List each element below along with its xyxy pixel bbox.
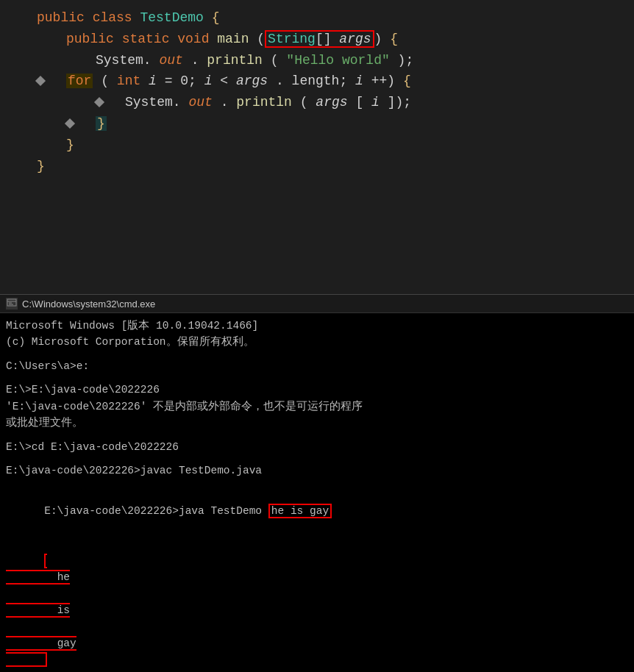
cmd-output-highlighted: he is gay	[6, 554, 76, 668]
args2: args	[316, 95, 347, 110]
highlight-params: String[] args	[265, 30, 374, 48]
breakpoint-icon3	[65, 118, 75, 129]
keyword-public2: public	[66, 32, 122, 46]
paren-open: (	[257, 32, 265, 46]
svg-rect-3	[9, 304, 13, 305]
dot-length: .	[276, 74, 284, 88]
param-args: args	[339, 32, 371, 46]
keyword-void: void	[177, 32, 217, 46]
cmd-line-14-prefix: E:\java-code\2022226>java TestDemo	[44, 505, 268, 517]
close-brace-class: }	[37, 159, 45, 174]
output-line-3: gay	[57, 637, 76, 649]
increment: ++)	[371, 74, 403, 88]
keyword-class: class	[93, 10, 140, 25]
cmd-line-4: C:\Users\a>e:	[6, 358, 628, 374]
code-line-6: }	[0, 113, 634, 135]
cmd-spacer-2	[6, 374, 628, 382]
dot1: .	[191, 53, 199, 68]
bracket: []	[316, 32, 339, 46]
code-content-5: System. out . println ( args [ i ]);	[110, 92, 627, 113]
gutter-5	[88, 99, 110, 106]
output-line-2: is	[57, 604, 70, 616]
keyword-static: static	[122, 32, 178, 46]
close-brace-for: }	[96, 116, 107, 131]
code-line-1: public class TestDemo {	[0, 7, 634, 29]
code-content-7: }	[51, 135, 627, 156]
var-i3: i	[355, 74, 363, 88]
open-brace-main: {	[390, 32, 398, 46]
cmd-window: C:\Windows\system32\cmd.exe Microsoft Wi…	[0, 294, 634, 672]
close-brace-main: }	[66, 137, 74, 152]
string-hello: "Hello world"	[286, 53, 389, 68]
paren3: );	[398, 53, 414, 68]
var-i4: i	[371, 95, 380, 110]
println2: println	[236, 95, 292, 110]
paren-close: )	[374, 32, 382, 46]
cmd-spacer-3	[6, 432, 628, 439]
cmd-line-2: (c) Microsoft Corporation。保留所有权利。	[6, 334, 628, 350]
keyword-public: public	[37, 10, 93, 25]
var-i: i	[149, 74, 157, 88]
dot2: .	[221, 95, 229, 110]
output-line-1: he	[57, 571, 70, 583]
keyword-int: int	[117, 74, 149, 88]
class-name: TestDemo	[140, 10, 211, 25]
var-i2: i	[204, 74, 213, 88]
code-content-1: public class TestDemo {	[22, 7, 627, 29]
length-field: length;	[292, 74, 355, 88]
code-line-4: for ( int i = 0; i < args . length; i ++…	[0, 71, 634, 92]
cmd-output-block: he is gay	[6, 536, 628, 672]
open-brace-class: {	[212, 10, 220, 25]
method-main: main	[217, 32, 249, 46]
out-field: out	[159, 53, 182, 68]
code-content-3: System. out . println ( "Hello world" );	[81, 50, 627, 71]
assign: = 0;	[165, 74, 196, 88]
paren2: (	[271, 53, 279, 68]
code-content-6: }	[81, 113, 627, 135]
out2: out	[188, 95, 212, 110]
cmd-spacer-4	[6, 455, 628, 462]
println-method: println	[207, 53, 263, 68]
cmd-line-14-highlight: he is gay	[268, 504, 332, 518]
cmd-line-7: 'E:\java-code\2022226' 不是内部或外部命令，也不是可运行的…	[6, 398, 628, 415]
system2: System.	[125, 95, 181, 110]
type-string: String	[268, 32, 316, 46]
svg-rect-2	[9, 303, 12, 304]
cmd-spacer-5	[6, 479, 628, 487]
open-brace-for: {	[403, 74, 411, 88]
cmd-line-6: E:\>E:\java-code\2022226	[6, 382, 628, 398]
gutter-4	[29, 77, 51, 85]
lt: <	[220, 74, 236, 88]
breakpoint-icon2	[94, 97, 104, 107]
cmd-icon-svg	[7, 299, 17, 309]
gutter-6	[59, 120, 81, 127]
cmd-line-14: E:\java-code\2022226>java TestDemo he is…	[6, 487, 628, 536]
for-keyword: for	[66, 74, 93, 88]
paren4: (	[300, 95, 308, 110]
system-class: System.	[96, 53, 152, 68]
code-line-2: public static void main (String[] args) …	[0, 29, 634, 50]
code-line-7: }	[0, 135, 634, 156]
code-content-8: }	[22, 156, 627, 177]
cmd-line-12: E:\java-code\2022226>javac TestDemo.java	[6, 462, 628, 479]
cmd-line-10: E:\>cd E:\java-code\2022226	[6, 439, 628, 455]
cmd-line-1: Microsoft Windows [版本 10.0.19042.1466]	[6, 318, 628, 334]
cmd-line-8: 或批处理文件。	[6, 415, 628, 431]
bracket-close: ]);	[388, 95, 411, 110]
code-line-5: System. out . println ( args [ i ]);	[0, 92, 634, 113]
for-paren: (	[101, 74, 109, 88]
code-line-3: System. out . println ( "Hello world" );	[0, 50, 634, 71]
cmd-titlebar: C:\Windows\system32\cmd.exe	[0, 295, 634, 313]
code-content-4: for ( int i = 0; i < args . length; i ++…	[51, 71, 627, 92]
code-editor: public class TestDemo { public static vo…	[0, 0, 634, 294]
cmd-body: Microsoft Windows [版本 10.0.19042.1466] (…	[0, 313, 634, 672]
args-ref: args	[236, 74, 268, 88]
breakpoint-icon	[35, 76, 46, 86]
cmd-title: C:\Windows\system32\cmd.exe	[22, 299, 155, 310]
cmd-spacer-1	[6, 351, 628, 358]
code-content-2: public static void main (String[] args) …	[51, 29, 627, 50]
code-line-8: }	[0, 156, 634, 177]
bracket-i: [	[355, 95, 363, 110]
cmd-window-icon	[6, 298, 18, 310]
